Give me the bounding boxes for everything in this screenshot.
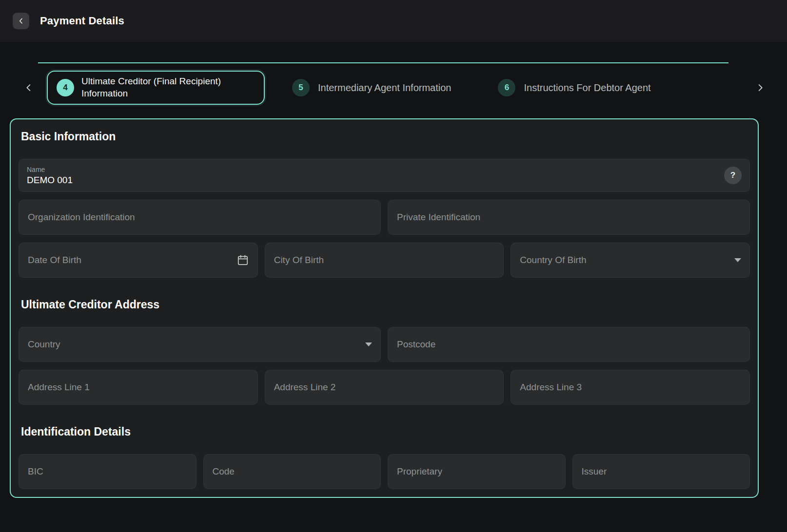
step-4-number-badge: 4: [57, 79, 74, 96]
address-line-3-input[interactable]: [511, 370, 750, 405]
stepper: 4 Ultimate Creditor (Final Recipient) In…: [0, 62, 787, 106]
country-postcode-row: [19, 327, 750, 362]
chevron-down-icon[interactable]: [365, 342, 372, 346]
country-of-birth-input[interactable]: [511, 243, 750, 278]
chevron-left-icon: [17, 17, 25, 25]
step-5-number-badge: 5: [292, 79, 310, 96]
stepper-prev-button[interactable]: [21, 78, 36, 97]
section-title-identification-details: Identification Details: [21, 425, 748, 438]
postcode-input[interactable]: [388, 327, 750, 362]
organization-identification-input[interactable]: [19, 200, 381, 235]
proprietary-input[interactable]: [388, 454, 566, 489]
stepper-next-button[interactable]: [753, 78, 767, 97]
back-button[interactable]: [13, 13, 29, 29]
form-panel: Basic Information Name ? Ultimate Credit…: [10, 118, 759, 498]
bic-input[interactable]: [19, 454, 197, 489]
name-field[interactable]: Name ?: [19, 159, 750, 192]
address-line-2-input[interactable]: [265, 370, 504, 405]
private-identification-input[interactable]: [388, 200, 750, 235]
step-6-number-badge: 6: [498, 79, 515, 96]
city-of-birth-input[interactable]: [265, 243, 504, 278]
code-input[interactable]: [203, 454, 381, 489]
issuer-input[interactable]: [572, 454, 750, 489]
step-6-instructions-debtor-agent[interactable]: 6 Instructions For Debtor Agent: [498, 79, 650, 96]
question-icon: ?: [730, 171, 735, 180]
date-of-birth-input[interactable]: [19, 243, 258, 278]
name-input[interactable]: [27, 175, 714, 186]
chevron-right-icon: [755, 82, 766, 93]
top-bar: Payment Details: [0, 0, 787, 42]
step-4-ultimate-creditor[interactable]: 4 Ultimate Creditor (Final Recipient) In…: [47, 71, 265, 104]
help-button[interactable]: ?: [724, 167, 742, 184]
section-title-basic-information: Basic Information: [21, 130, 748, 143]
step-5-label: Intermediary Agent Information: [318, 82, 451, 94]
chevron-left-icon: [23, 82, 34, 93]
calendar-icon[interactable]: [236, 254, 249, 266]
section-title-ultimate-creditor-address: Ultimate Creditor Address: [21, 298, 748, 311]
chevron-down-icon[interactable]: [734, 258, 741, 262]
step-6-label: Instructions For Debtor Agent: [524, 82, 650, 94]
address-lines-row: [19, 370, 750, 405]
page-title: Payment Details: [40, 15, 124, 27]
country-input[interactable]: [19, 327, 381, 362]
name-label: Name: [27, 166, 714, 173]
birth-row: [19, 243, 750, 278]
country-select[interactable]: [19, 327, 381, 362]
step-4-label: Ultimate Creditor (Final Recipient) Info…: [81, 76, 255, 99]
date-of-birth-field[interactable]: [19, 243, 258, 278]
country-of-birth-select[interactable]: [511, 243, 750, 278]
identification-details-row: [19, 454, 750, 489]
identification-row: [19, 200, 750, 235]
address-line-1-input[interactable]: [19, 370, 258, 405]
step-5-intermediary-agent[interactable]: 5 Intermediary Agent Information: [292, 79, 451, 96]
stepper-row: 4 Ultimate Creditor (Final Recipient) In…: [0, 63, 787, 106]
